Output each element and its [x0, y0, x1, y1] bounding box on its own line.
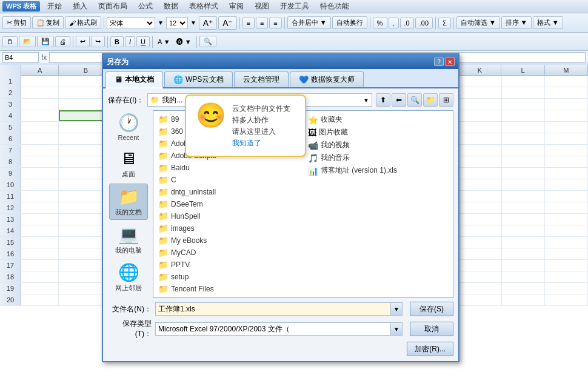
- thousands-button[interactable]: ,: [389, 18, 399, 28]
- table-cell[interactable]: [21, 133, 59, 144]
- bold-button[interactable]: B: [110, 36, 124, 47]
- table-cell[interactable]: [21, 248, 59, 259]
- table-cell[interactable]: [21, 214, 59, 225]
- table-cell[interactable]: [502, 248, 545, 259]
- nav-new-folder-button[interactable]: 📁: [423, 93, 438, 107]
- nav-search-button[interactable]: 🔍: [407, 93, 422, 107]
- table-cell[interactable]: [458, 248, 501, 259]
- table-cell[interactable]: [458, 99, 501, 110]
- tab-wps-cloud[interactable]: 🌐 WPS云文档: [164, 71, 233, 87]
- table-cell[interactable]: [21, 191, 59, 202]
- file-item-favorites[interactable]: ⭐ 收藏夹: [306, 113, 450, 126]
- font-shrink-button[interactable]: A⁻: [218, 16, 236, 30]
- sidebar-my-docs[interactable]: 📁 我的文档: [109, 184, 148, 220]
- format-button[interactable]: 格式 ▼: [533, 16, 563, 29]
- table-cell[interactable]: [21, 179, 59, 190]
- file-item-music[interactable]: 🎵 我的音乐: [306, 151, 450, 164]
- file-item-myebooks[interactable]: 📁 My eBooks: [156, 234, 301, 247]
- dialog-close-button[interactable]: ✕: [445, 58, 455, 66]
- open-button[interactable]: 📂: [19, 36, 36, 47]
- auto-wrap-button[interactable]: 自动换行: [332, 16, 367, 29]
- italic-button[interactable]: I: [125, 36, 135, 47]
- sidebar-desktop[interactable]: 🖥 桌面: [109, 146, 148, 181]
- table-cell[interactable]: [545, 122, 588, 133]
- table-cell[interactable]: [502, 283, 545, 294]
- menu-formula[interactable]: 公式: [133, 0, 158, 13]
- sidebar-recent[interactable]: 🕐 Recent: [109, 110, 148, 144]
- table-cell[interactable]: [21, 202, 59, 213]
- table-cell[interactable]: [502, 133, 545, 144]
- tooltip-dismiss-link[interactable]: 我知道了: [232, 139, 261, 147]
- table-cell[interactable]: [458, 260, 501, 271]
- table-cell[interactable]: [502, 168, 545, 179]
- menu-data[interactable]: 数据: [159, 0, 183, 13]
- table-cell[interactable]: [458, 156, 501, 167]
- table-cell[interactable]: [21, 110, 59, 121]
- table-cell[interactable]: [545, 110, 588, 121]
- format-brush-button[interactable]: 🖌 格式刷: [65, 16, 101, 29]
- table-cell[interactable]: [545, 202, 588, 213]
- table-cell[interactable]: [21, 168, 59, 179]
- dialog-help-button[interactable]: ?: [434, 58, 444, 66]
- table-cell[interactable]: [458, 225, 501, 236]
- save-toolbar-button[interactable]: 💾: [37, 36, 54, 47]
- table-cell[interactable]: [458, 179, 501, 190]
- table-cell[interactable]: [545, 145, 588, 156]
- sort-button[interactable]: 排序 ▼: [501, 16, 532, 29]
- table-cell[interactable]: [502, 87, 545, 98]
- table-cell[interactable]: [458, 145, 501, 156]
- table-cell[interactable]: [458, 191, 501, 202]
- sum-button[interactable]: Σ: [438, 18, 451, 28]
- table-cell[interactable]: [458, 271, 501, 282]
- table-cell[interactable]: [502, 225, 545, 236]
- undo-button[interactable]: ↩: [76, 36, 90, 47]
- table-cell[interactable]: [545, 271, 588, 282]
- table-cell[interactable]: [458, 283, 501, 294]
- table-cell[interactable]: [21, 76, 59, 87]
- table-cell[interactable]: [21, 283, 59, 294]
- sidebar-network[interactable]: 🌐 网上邻居: [109, 260, 148, 295]
- table-cell[interactable]: [458, 237, 501, 248]
- file-item-videos[interactable]: 📹 我的视频: [306, 139, 450, 151]
- table-cell[interactable]: [21, 145, 59, 156]
- filename-dropdown-btn[interactable]: ▼: [390, 302, 403, 316]
- file-item-setup[interactable]: 📁 setup: [156, 271, 301, 283]
- table-cell[interactable]: [545, 225, 588, 236]
- table-cell[interactable]: [21, 87, 59, 98]
- filename-input[interactable]: [155, 302, 390, 316]
- table-cell[interactable]: [502, 179, 545, 190]
- table-cell[interactable]: [545, 179, 588, 190]
- font-size-selector[interactable]: 12: [166, 17, 188, 29]
- nav-back-button[interactable]: ⬅: [392, 93, 406, 107]
- nav-up-button[interactable]: ⬆: [376, 93, 390, 107]
- table-cell[interactable]: [458, 294, 501, 305]
- copy-button[interactable]: 📋 复制: [32, 16, 64, 29]
- table-cell[interactable]: [502, 294, 545, 305]
- table-cell[interactable]: [545, 168, 588, 179]
- file-item-tencent[interactable]: 📁 Tencent Files: [156, 283, 301, 295]
- table-cell[interactable]: [458, 133, 501, 144]
- table-cell[interactable]: [545, 237, 588, 248]
- table-cell[interactable]: [502, 237, 545, 248]
- table-cell[interactable]: [545, 283, 588, 294]
- table-cell[interactable]: [21, 260, 59, 271]
- percent-button[interactable]: %: [373, 18, 387, 28]
- font-selector[interactable]: 宋体: [107, 17, 155, 29]
- menu-insert[interactable]: 插入: [68, 0, 92, 13]
- table-cell[interactable]: [21, 99, 59, 110]
- menu-start[interactable]: 开始: [42, 0, 67, 13]
- file-item-hunspell[interactable]: 📁 HunSpell: [156, 210, 301, 222]
- menu-special[interactable]: 特色功能: [315, 0, 354, 13]
- table-cell[interactable]: [502, 191, 545, 202]
- table-cell[interactable]: [502, 99, 545, 110]
- table-cell[interactable]: [21, 156, 59, 167]
- table-cell[interactable]: [545, 260, 588, 271]
- cell-reference-input[interactable]: [2, 52, 39, 63]
- file-item-baidu[interactable]: 📁 Baidu: [156, 162, 301, 174]
- table-cell[interactable]: [502, 110, 545, 121]
- print-button[interactable]: 🖨: [55, 36, 70, 47]
- filetype-dropdown-btn[interactable]: ▼: [390, 322, 403, 336]
- table-cell[interactable]: [458, 76, 501, 87]
- table-cell[interactable]: [21, 122, 59, 133]
- align-right-button[interactable]: ≡: [269, 18, 281, 28]
